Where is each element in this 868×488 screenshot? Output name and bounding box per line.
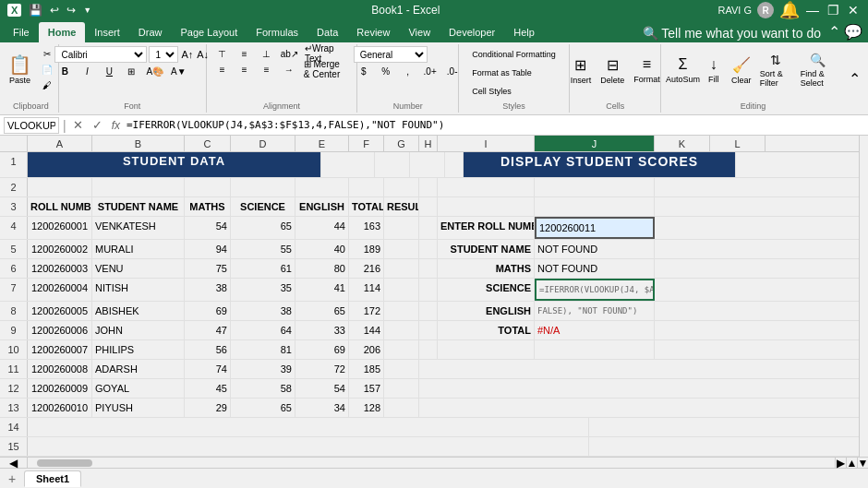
cell-8j-formula[interactable]: FALSE), "NOT FOUND"): [535, 302, 655, 320]
display-student-scores-header[interactable]: DISPLAY STUDENT SCORES: [464, 152, 736, 177]
result-total[interactable]: #N/A: [535, 321, 655, 339]
cell-13e[interactable]: 34: [295, 399, 349, 417]
cell-2b[interactable]: [92, 178, 185, 196]
input-roll-number[interactable]: 1200260011: [535, 217, 655, 239]
cell-9h[interactable]: [419, 321, 438, 339]
student-data-header[interactable]: STUDENT DATA: [28, 152, 321, 177]
row-header-7[interactable]: 7: [0, 279, 28, 301]
scroll-down-button[interactable]: ▼: [857, 458, 868, 468]
cell-4b[interactable]: VENKATESH: [92, 217, 185, 239]
row-header-6[interactable]: 6: [0, 259, 28, 278]
result-student-name[interactable]: NOT FOUND: [535, 240, 655, 258]
cell-7a[interactable]: 1200260004: [28, 279, 92, 301]
cell-7c[interactable]: 38: [185, 279, 231, 301]
cell-6f[interactable]: 216: [349, 259, 384, 278]
cell-5e[interactable]: 40: [295, 240, 349, 258]
col-header-a[interactable]: A: [28, 136, 92, 151]
cell-11f[interactable]: 185: [349, 360, 384, 378]
cell-10i[interactable]: [438, 340, 535, 359]
cell-8h[interactable]: [419, 302, 438, 320]
row-header-14[interactable]: 14: [0, 418, 28, 436]
header-roll-number[interactable]: ROLL NUMBER: [28, 197, 92, 216]
redo-icon[interactable]: ↪: [65, 3, 78, 18]
orientation-button[interactable]: ab↗: [279, 46, 300, 61]
header-maths[interactable]: MATHS: [185, 197, 231, 216]
tab-page-layout[interactable]: Page Layout: [171, 22, 247, 42]
cell-6h[interactable]: [419, 259, 438, 278]
cell-11a[interactable]: 1200260008: [28, 360, 92, 378]
increase-decimal-button[interactable]: .0+: [420, 64, 440, 78]
cell-15-empty[interactable]: [28, 437, 589, 456]
cell-11d[interactable]: 39: [231, 360, 295, 378]
bottom-align-button[interactable]: ⊥: [257, 46, 277, 61]
cell-8a[interactable]: 1200260005: [28, 302, 92, 320]
cell-13f[interactable]: 128: [349, 399, 384, 417]
tab-insert[interactable]: Insert: [85, 22, 129, 42]
scroll-left-button[interactable]: ◀: [0, 458, 28, 468]
cell-10h[interactable]: [419, 340, 438, 359]
cell-styles-button[interactable]: Cell Styles: [469, 83, 559, 100]
align-left-button[interactable]: ≡: [212, 62, 233, 77]
cell-10c[interactable]: 56: [185, 340, 231, 359]
cell-10g[interactable]: [384, 340, 419, 359]
cell-6g[interactable]: [384, 259, 419, 278]
header-total[interactable]: TOTAL: [349, 197, 384, 216]
col-header-e[interactable]: E: [295, 136, 349, 151]
cell-5g[interactable]: [384, 240, 419, 258]
scroll-up-button[interactable]: ▲: [846, 458, 857, 468]
cell-12c[interactable]: 45: [185, 379, 231, 398]
label-science[interactable]: SCIENCE: [438, 279, 535, 301]
col-header-d[interactable]: D: [231, 136, 295, 151]
cell-13a[interactable]: 1200260010: [28, 399, 92, 417]
cell-13c[interactable]: 29: [185, 399, 231, 417]
cell-4e[interactable]: 44: [295, 217, 349, 239]
label-enter-roll[interactable]: ENTER ROLL NUMBER: [438, 217, 535, 239]
cell-12f[interactable]: 157: [349, 379, 384, 398]
cell-5h[interactable]: [419, 240, 438, 258]
cancel-formula-button[interactable]: ✕: [70, 118, 86, 132]
add-sheet-button[interactable]: +: [4, 470, 20, 487]
col-header-g[interactable]: G: [384, 136, 419, 151]
cell-2e[interactable]: [295, 178, 349, 196]
col-header-c[interactable]: C: [185, 136, 231, 151]
insert-button[interactable]: ⊞ Insert: [567, 46, 596, 94]
cell-7f[interactable]: 114: [349, 279, 384, 301]
row-header-8[interactable]: 8: [0, 302, 28, 320]
cell-8b[interactable]: ABISHEK: [92, 302, 185, 320]
cell-8f[interactable]: 172: [349, 302, 384, 320]
col-header-b[interactable]: B: [92, 136, 185, 151]
border-button[interactable]: ⊞: [121, 64, 141, 78]
cell-10f[interactable]: 206: [349, 340, 384, 359]
cell-10e[interactable]: 69: [295, 340, 349, 359]
delete-button[interactable]: ⊟ Delete: [597, 46, 628, 94]
cell-5a[interactable]: 1200260002: [28, 240, 92, 258]
label-maths[interactable]: MATHS: [438, 259, 535, 278]
tab-help[interactable]: Help: [504, 22, 544, 42]
ribbon-collapse-button[interactable]: ⌃: [845, 66, 864, 91]
cell-12a[interactable]: 1200260009: [28, 379, 92, 398]
increase-font-button[interactable]: A↑: [180, 48, 194, 61]
fill-button[interactable]: ↓ Fill: [701, 46, 727, 94]
cell-1f[interactable]: [375, 152, 410, 177]
align-center-button[interactable]: ≡: [235, 62, 255, 77]
row-header-2[interactable]: 2: [0, 178, 28, 196]
result-maths[interactable]: NOT FOUND: [535, 259, 655, 278]
cell-1g[interactable]: [410, 152, 445, 177]
cell-7e[interactable]: 41: [295, 279, 349, 301]
cell-12e[interactable]: 54: [295, 379, 349, 398]
font-size-select[interactable]: 11: [149, 46, 178, 63]
cell-8d[interactable]: 38: [231, 302, 295, 320]
ribbon-search-icon[interactable]: 🔍 Tell me what you want to do: [637, 24, 826, 42]
sort-filter-button[interactable]: ⇅ Sort & Filter: [756, 46, 795, 94]
label-student-name[interactable]: STUDENT NAME: [438, 240, 535, 258]
row-header-5[interactable]: 5: [0, 240, 28, 258]
tab-draw[interactable]: Draw: [129, 22, 172, 42]
cell-5c[interactable]: 94: [185, 240, 231, 258]
middle-align-button[interactable]: ≡: [235, 46, 255, 61]
cell-13g[interactable]: [384, 399, 419, 417]
cell-11g[interactable]: [384, 360, 419, 378]
underline-button[interactable]: U: [99, 64, 119, 78]
cell-9g[interactable]: [384, 321, 419, 339]
scroll-right-button[interactable]: ▶: [835, 458, 846, 468]
col-header-j[interactable]: J: [535, 136, 655, 151]
